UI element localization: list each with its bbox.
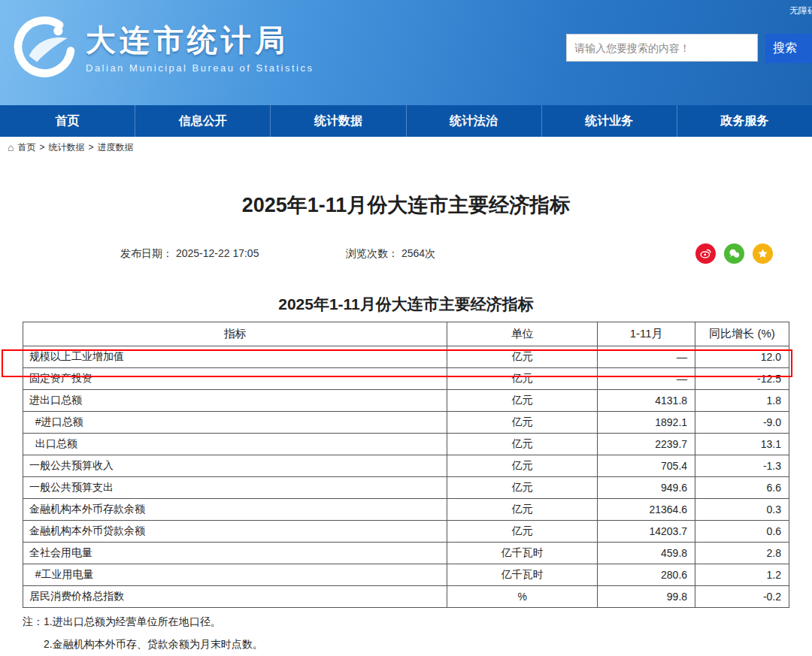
cell-growth: -9.0 — [695, 412, 789, 434]
cell-indicator: 全社会用电量 — [23, 543, 447, 564]
cell-value: 99.8 — [598, 586, 695, 608]
cell-value: 459.8 — [598, 543, 695, 564]
cell-growth: -12.5 — [695, 368, 789, 390]
weibo-share-icon[interactable] — [695, 243, 716, 264]
table-row: 全社会用电量 亿千瓦时 459.8 2.8 — [23, 543, 789, 564]
cell-value: 21364.6 — [598, 499, 695, 521]
cell-unit: % — [447, 586, 598, 608]
share-icons — [695, 243, 773, 264]
nav-item-gov-services[interactable]: 政务服务 — [677, 105, 812, 137]
star-share-icon[interactable] — [753, 243, 773, 264]
table-row: #进口总额 亿元 1892.1 -9.0 — [23, 412, 789, 434]
cell-indicator: 规模以上工业增加值 — [23, 346, 447, 368]
table-row: 居民消费价格总指数 % 99.8 -0.2 — [23, 586, 789, 608]
search-input[interactable] — [566, 34, 758, 62]
breadcrumb-progress-data[interactable]: 进度数据 — [98, 141, 134, 154]
nav-item-statistics-law[interactable]: 统计法治 — [407, 105, 542, 137]
cell-indicator: 一般公共预算支出 — [23, 477, 447, 499]
table-row: 金融机构本外币贷款余额 亿元 14203.7 0.6 — [23, 521, 789, 543]
table-notes: 注：1.进出口总额为经营单位所在地口径。 2.金融机构本外币存、贷款余额为月末时… — [23, 615, 789, 651]
economic-indicators-table: 指标 单位 1-11月 同比增长 (%) 规模以上工业增加值 亿元 — 12.0… — [23, 322, 789, 608]
cell-indicator: 金融机构本外币贷款余额 — [23, 521, 447, 543]
cell-growth: 2.8 — [695, 543, 789, 564]
note-line-2: 2.金融机构本外币存、贷款余额为月末时点数。 — [23, 638, 789, 651]
wechat-share-icon[interactable] — [724, 243, 744, 264]
site-title: 大连市统计局 — [86, 23, 314, 56]
cell-value: 705.4 — [598, 455, 695, 477]
breadcrumb: ⌂ 首页 > 统计数据 > 进度数据 — [0, 137, 812, 158]
search-area: 搜索 — [566, 34, 812, 63]
view-count-value: 2564次 — [401, 247, 435, 259]
table-row: 出口总额 亿元 2239.7 13.1 — [23, 434, 789, 455]
cell-value: — — [598, 346, 695, 368]
breadcrumb-separator: > — [39, 142, 44, 153]
col-header-unit: 单位 — [447, 322, 598, 346]
page-title: 2025年1-11月份大连市主要经济指标 — [0, 191, 812, 219]
nav-item-statistics-business[interactable]: 统计业务 — [542, 105, 677, 137]
cell-growth: 0.3 — [695, 499, 789, 521]
table-title: 2025年1-11月份大连市主要经济指标 — [0, 293, 812, 316]
cell-indicator: 居民消费价格总指数 — [23, 586, 447, 608]
cell-growth: 0.6 — [695, 521, 789, 543]
table-row: 规模以上工业增加值 亿元 — 12.0 — [23, 346, 789, 368]
cell-unit: 亿元 — [447, 434, 598, 455]
table-header-row: 指标 单位 1-11月 同比增长 (%) — [23, 322, 789, 346]
breadcrumb-home[interactable]: 首页 — [17, 141, 35, 154]
cell-value: 280.6 — [598, 564, 695, 586]
cell-value: 4131.8 — [598, 390, 695, 412]
table-row: 固定资产投资 亿元 — -12.5 — [23, 368, 789, 390]
search-button[interactable]: 搜索 — [765, 34, 812, 63]
publish-date-value: 2025-12-22 17:05 — [176, 247, 259, 259]
note-line-1: 注：1.进出口总额为经营单位所在地口径。 — [23, 615, 789, 629]
table-row: 进出口总额 亿元 4131.8 1.8 — [23, 390, 789, 412]
breadcrumb-separator: > — [88, 142, 93, 153]
cell-value: — — [598, 368, 695, 390]
col-header-period: 1-11月 — [598, 322, 695, 346]
cell-value: 949.6 — [598, 477, 695, 499]
cell-unit: 亿元 — [447, 346, 598, 368]
nav-item-info-disclosure[interactable]: 信息公开 — [135, 105, 271, 137]
cell-indicator: 一般公共预算收入 — [23, 455, 447, 477]
table-row: 一般公共预算收入 亿元 705.4 -1.3 — [23, 455, 789, 477]
cell-indicator: 出口总额 — [23, 434, 447, 455]
table-wrap: 指标 单位 1-11月 同比增长 (%) 规模以上工业增加值 亿元 — 12.0… — [0, 322, 812, 608]
cell-indicator: #工业用电量 — [23, 564, 447, 586]
nav-item-home[interactable]: 首页 — [0, 105, 135, 137]
home-icon: ⌂ — [8, 142, 14, 153]
article-meta: 发布日期： 2025-12-22 17:05 浏览次数： 2564次 — [0, 243, 812, 265]
table-row: 一般公共预算支出 亿元 949.6 6.6 — [23, 477, 789, 499]
cell-growth: 6.6 — [695, 477, 789, 499]
cell-unit: 亿元 — [447, 477, 598, 499]
cell-indicator: 进出口总额 — [23, 390, 447, 412]
cell-indicator: 固定资产投资 — [23, 368, 447, 390]
cell-value: 2239.7 — [598, 434, 695, 455]
nav-item-statistics-data[interactable]: 统计数据 — [271, 105, 406, 137]
site-subtitle: Dalian Municipal Bureau of Statistics — [86, 62, 314, 74]
cell-unit: 亿元 — [447, 521, 598, 543]
cell-unit: 亿元 — [447, 412, 598, 434]
site-header: 无障碍 大连市统计局 Dalian Municipal Bureau of St… — [0, 0, 812, 105]
cell-growth: 13.1 — [695, 434, 789, 455]
main-nav: 首页 信息公开 统计数据 统计法治 统计业务 政务服务 — [0, 105, 812, 137]
logo-icon — [11, 15, 77, 81]
cell-growth: -0.2 — [695, 586, 789, 608]
cell-growth: -1.3 — [695, 455, 789, 477]
cell-value: 14203.7 — [598, 521, 695, 543]
cell-growth: 1.8 — [695, 390, 789, 412]
publish-date-label: 发布日期： — [120, 247, 173, 259]
cell-growth: 12.0 — [695, 346, 789, 368]
accessibility-link[interactable]: 无障碍 — [789, 5, 812, 17]
table-row: #工业用电量 亿千瓦时 280.6 1.2 — [23, 564, 789, 586]
table-row: 金融机构本外币存款余额 亿元 21364.6 0.3 — [23, 499, 789, 521]
publish-date: 发布日期： 2025-12-22 17:05 — [120, 247, 259, 261]
cell-unit: 亿元 — [447, 455, 598, 477]
cell-unit: 亿千瓦时 — [447, 543, 598, 564]
cell-unit: 亿元 — [447, 499, 598, 521]
cell-unit: 亿元 — [447, 390, 598, 412]
cell-unit: 亿元 — [447, 368, 598, 390]
cell-indicator: 金融机构本外币存款余额 — [23, 499, 447, 521]
cell-unit: 亿千瓦时 — [447, 564, 598, 586]
cell-value: 1892.1 — [598, 412, 695, 434]
breadcrumb-statistics-data[interactable]: 统计数据 — [48, 141, 84, 154]
view-count: 浏览次数： 2564次 — [346, 247, 435, 261]
